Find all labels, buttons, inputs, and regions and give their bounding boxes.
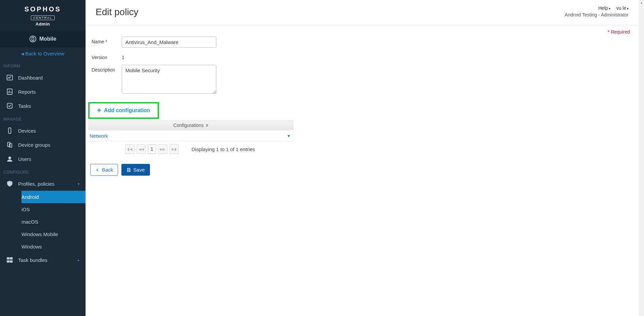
action-row: Back Save [88,154,633,176]
nav-macos[interactable]: macOS [21,216,86,228]
row-caret-icon[interactable]: ▼ [287,134,291,138]
tasks-icon [6,102,13,109]
description-input[interactable]: Mobile Security [122,65,216,94]
nav-windows[interactable]: Windows [21,240,86,253]
nav-dashboard-label: Dashboard [18,75,43,81]
add-configuration-label: Add configuration [104,107,150,114]
nav-ios-label: iOS [21,207,30,212]
nav-windows-mobile[interactable]: Windows Mobile [21,228,86,240]
svg-rect-1 [32,37,34,41]
nav-dashboard[interactable]: Dashboard [0,71,86,85]
device-groups-icon [6,141,13,148]
section-manage-title: MANAGE [0,113,86,124]
chevron-right-icon: ▸ [78,258,79,262]
nav-profiles-children: Android iOS macOS Windows Mobile Windows [0,191,86,253]
save-button[interactable]: Save [121,164,150,176]
back-to-overview-link[interactable]: Back to Overview [21,51,64,56]
svg-rect-2 [7,75,13,80]
back-to-overview[interactable]: Back to Overview [0,47,86,60]
section-configure-title: CONFIGURE [0,166,86,177]
nav-reports[interactable]: Reports [0,85,86,99]
context-section: Mobile [0,31,86,47]
back-button[interactable]: Back [90,164,118,176]
brand-block: SOPHOS CENTRAL Admin [0,0,86,31]
shield-icon [6,180,13,187]
description-label: Description [92,65,122,73]
plus-icon: + [97,107,101,114]
nav-device-groups[interactable]: Device groups [0,138,86,152]
bundles-icon [6,256,13,264]
mobile-icon [29,35,37,43]
help-menu[interactable]: Help [598,5,610,11]
save-icon [126,168,131,172]
reports-icon [6,88,13,95]
configuration-row-link[interactable]: Network [90,133,108,139]
back-button-label: Back [102,167,113,173]
svg-rect-12 [10,261,12,263]
nav-windows-mobile-label: Windows Mobile [21,231,58,237]
pager-first[interactable]: ▮◀ [125,144,135,154]
pager-next[interactable]: ▶▶ [158,144,167,154]
nav-android[interactable]: Android [21,191,86,203]
nav-tasks[interactable]: Tasks [0,99,86,113]
configuration-row[interactable]: Network ▼ [88,130,293,142]
nav-users-label: Users [18,156,31,162]
nav-reports-label: Reports [18,89,36,95]
add-configuration-button[interactable]: + Add configuration [88,102,159,119]
user-menu[interactable]: vu le [616,5,629,11]
content: * Required Name * Version 1 Description … [86,25,639,182]
scroll-up-icon[interactable]: ▴ [639,1,644,4]
nav-devices-label: Devices [18,128,36,134]
brand-name: SOPHOS [0,5,86,13]
context-section-label: Mobile [39,36,56,42]
nav-task-bundles[interactable]: Task bundles ▸ [0,253,86,267]
section-inform-title: INFORM [0,60,86,71]
nav-task-bundles-label: Task bundles [18,257,48,263]
pager-last[interactable]: ▶▮ [169,144,179,154]
nav-profiles-policies-label: Profiles, policies [18,181,54,187]
svg-rect-11 [7,261,9,263]
nav-macos-label: macOS [21,219,38,225]
chevron-down-icon: ▾ [78,182,79,186]
required-hint: * Required [88,29,633,35]
sort-icon: ⇵ [206,124,208,127]
sidebar: SOPHOS CENTRAL Admin Mobile Back to Over… [0,0,86,316]
configurations-column-header[interactable]: Configurations ⇵ [88,121,293,130]
nav-android-label: Android [21,194,39,200]
nav-device-groups-label: Device groups [18,142,50,148]
nav-devices[interactable]: Devices [0,124,86,138]
svg-point-8 [8,157,11,159]
nav-users[interactable]: Users [0,152,86,166]
brand-role: Admin [0,21,86,27]
page-header: Edit policy Help vu le Android Testing -… [86,0,639,25]
name-input[interactable] [122,37,216,48]
version-label: Version [92,52,122,60]
pager-current[interactable]: 1 [148,144,156,154]
main-area: ▴ Edit policy Help vu le Android Testing… [86,0,644,316]
nav-tasks-label: Tasks [18,103,31,109]
nav-ios[interactable]: iOS [21,203,86,216]
configurations-column-label: Configurations [173,123,204,128]
chart-icon [6,74,13,81]
save-button-label: Save [133,167,145,173]
scrollbar[interactable]: ▴ [639,0,644,316]
svg-rect-9 [7,258,9,260]
pager-info: Displaying 1 to 1 of 1 entries [192,146,255,152]
nav-profiles-policies[interactable]: Profiles, policies ▾ [0,177,86,191]
page-title: Edit policy [96,7,139,17]
configurations-table: Configurations ⇵ Network ▼ [88,120,293,142]
svg-rect-5 [8,128,11,134]
pager-prev[interactable]: ◀◀ [137,144,146,154]
nav-windows-label: Windows [21,244,42,250]
brand-tag: CENTRAL [31,15,54,20]
pager: ▮◀ ◀◀ 1 ▶▶ ▶▮ Displaying 1 to 1 of 1 ent… [88,142,293,154]
name-label: Name * [92,37,122,44]
svg-rect-10 [10,258,12,260]
user-icon [6,155,13,163]
version-value: 1 [122,52,124,60]
device-icon [6,127,13,134]
svg-rect-4 [7,103,12,108]
header-subtitle: Android Testing - Administrator [565,12,629,17]
arrow-left-icon [95,168,100,172]
